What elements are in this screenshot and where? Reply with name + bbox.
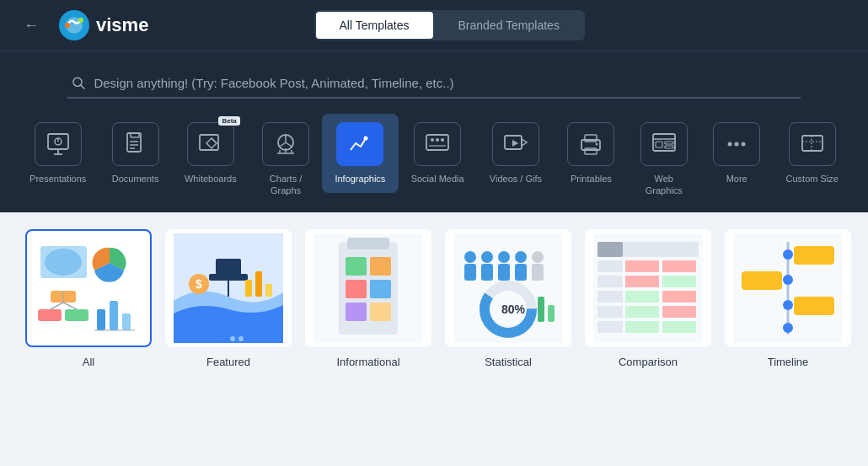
svg-rect-104 <box>597 306 623 318</box>
charts-icon <box>273 131 298 157</box>
cat-infographics[interactable]: Infographics <box>322 114 398 193</box>
svg-rect-99 <box>625 276 659 287</box>
search-container <box>0 51 868 107</box>
svg-marker-29 <box>512 140 518 147</box>
logo-text: visme <box>96 14 148 36</box>
svg-rect-103 <box>662 291 696 303</box>
svg-point-23 <box>431 138 434 142</box>
tab-group: All Templates Branded Templates <box>314 10 585 40</box>
cat-web-graphics[interactable]: WebGraphics <box>628 114 700 206</box>
thumb-stat-svg: 80% <box>453 233 563 343</box>
svg-point-79 <box>481 251 493 263</box>
svg-rect-98 <box>597 276 623 287</box>
header: ← visme All Templates Branded Templates <box>0 0 868 51</box>
subcat-label-comparison: Comparison <box>619 356 678 368</box>
tab-branded-templates[interactable]: Branded Templates <box>435 12 583 39</box>
web-icon <box>651 131 677 157</box>
svg-point-40 <box>735 142 739 147</box>
svg-rect-118 <box>794 297 834 315</box>
svg-rect-57 <box>216 259 241 276</box>
back-button[interactable]: ← <box>17 13 46 38</box>
social-icon <box>425 131 450 157</box>
svg-rect-36 <box>656 142 662 147</box>
svg-point-33 <box>596 143 598 146</box>
svg-point-77 <box>464 251 476 263</box>
svg-point-25 <box>441 138 444 142</box>
subcat-thumb-informational <box>305 229 431 347</box>
svg-point-83 <box>515 251 527 263</box>
cat-icon-printables <box>567 122 614 166</box>
svg-rect-42 <box>802 136 822 151</box>
content-area: All $ <box>0 212 868 466</box>
cat-label-charts: Charts /Graphs <box>270 173 303 197</box>
cat-social-media[interactable]: Social Media <box>399 114 477 193</box>
cat-icon-whiteboards: Beta <box>187 122 234 166</box>
svg-rect-96 <box>625 260 659 272</box>
subcat-label-statistical: Statistical <box>485 356 532 368</box>
subcat-informational[interactable]: Informational <box>305 229 431 368</box>
cat-label-more: More <box>726 173 747 185</box>
svg-rect-63 <box>265 284 272 297</box>
svg-point-85 <box>532 251 544 263</box>
svg-point-21 <box>364 137 368 141</box>
svg-rect-95 <box>597 260 623 272</box>
cat-charts-graphs[interactable]: Charts /Graphs <box>249 114 322 206</box>
svg-rect-54 <box>122 313 131 330</box>
subcat-thumb-featured: $ <box>165 229 292 347</box>
svg-rect-106 <box>662 306 696 318</box>
svg-rect-47 <box>38 309 62 321</box>
subcat-all[interactable]: All <box>25 229 152 368</box>
cat-whiteboards[interactable]: Beta Whiteboards <box>172 114 249 193</box>
svg-rect-52 <box>97 309 105 330</box>
svg-point-113 <box>783 249 793 260</box>
svg-rect-116 <box>742 271 782 290</box>
svg-rect-22 <box>426 135 448 150</box>
svg-rect-100 <box>662 276 696 287</box>
svg-rect-78 <box>464 264 476 281</box>
subcat-label-informational: Informational <box>336 356 399 368</box>
cat-label-custom: Custom Size <box>786 173 839 185</box>
subcat-thumb-statistical: 80% <box>445 229 571 347</box>
search-input[interactable] <box>94 76 797 90</box>
cat-more[interactable]: More <box>700 114 773 193</box>
subcat-timeline[interactable]: Timeline <box>725 229 851 368</box>
cat-documents[interactable]: Documents <box>99 114 171 193</box>
thumb-info-svg <box>313 233 423 343</box>
svg-rect-84 <box>515 264 527 281</box>
thumb-comp-svg <box>593 233 703 343</box>
svg-rect-108 <box>625 321 659 333</box>
cat-videos-gifs[interactable]: Videos / Gifs <box>477 114 555 193</box>
thumb-timeline-svg <box>733 233 843 343</box>
cat-icon-infographics <box>336 122 383 166</box>
svg-point-44 <box>45 249 82 276</box>
svg-rect-80 <box>481 264 493 281</box>
svg-rect-53 <box>110 301 118 330</box>
cat-label-web: WebGraphics <box>646 173 683 197</box>
cat-presentations[interactable]: Presentations <box>17 114 99 193</box>
svg-text:$: $ <box>196 277 202 291</box>
subcat-label-featured: Featured <box>206 356 250 368</box>
svg-rect-62 <box>255 271 262 297</box>
subcat-statistical[interactable]: 80% Statistical <box>445 229 571 368</box>
cat-custom-size[interactable]: Custom Size <box>773 114 851 193</box>
cat-icon-charts <box>262 122 309 166</box>
tab-all-templates[interactable]: All Templates <box>316 12 433 39</box>
svg-rect-107 <box>597 321 623 333</box>
video-icon <box>503 131 528 157</box>
thumb-all-svg <box>34 233 143 343</box>
search-bar <box>67 68 801 99</box>
svg-point-24 <box>436 138 439 142</box>
svg-rect-11 <box>131 133 139 137</box>
svg-rect-86 <box>532 264 544 281</box>
cat-icon-documents <box>112 122 159 166</box>
logo: visme <box>59 10 148 40</box>
subcat-comparison[interactable]: Comparison <box>585 229 711 368</box>
subcat-label-timeline: Timeline <box>768 356 809 368</box>
svg-marker-28 <box>522 139 527 146</box>
documents-icon <box>123 131 148 157</box>
svg-line-49 <box>51 303 63 309</box>
svg-text:80%: 80% <box>501 303 526 316</box>
subcat-featured[interactable]: $ Featured <box>165 229 292 368</box>
svg-rect-69 <box>347 238 389 249</box>
cat-printables[interactable]: Printables <box>555 114 627 193</box>
